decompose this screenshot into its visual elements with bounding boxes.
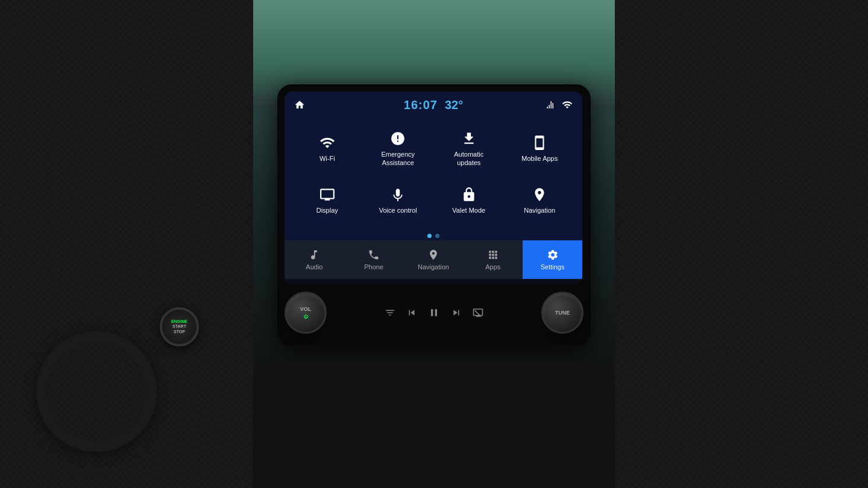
download-icon	[461, 131, 477, 146]
start-label: START	[172, 324, 186, 329]
infotainment-bezel: 16:07 32°	[277, 84, 591, 346]
time-display: 16:07	[404, 98, 438, 112]
mobile-apps-icon	[532, 135, 547, 151]
valet-label: Valet Mode	[452, 206, 485, 214]
wifi-menu-icon	[319, 135, 335, 151]
tab-audio[interactable]: Audio	[285, 240, 344, 279]
settings-tab-label: Settings	[541, 263, 565, 271]
header-left-controls	[294, 99, 330, 110]
updates-label: Automaticupdates	[454, 150, 483, 167]
engine-start-stop-button[interactable]: ENGINE START STOP	[160, 307, 199, 346]
pagination-dot-2[interactable]	[435, 234, 439, 238]
audio-tab-label: Audio	[306, 263, 322, 271]
skip-back-button[interactable]	[406, 307, 417, 319]
home-icon[interactable]	[294, 99, 305, 110]
header-center-info: 16:07 32°	[404, 98, 463, 112]
voice-label: Voice control	[379, 206, 417, 214]
tab-apps[interactable]: Apps	[463, 240, 523, 279]
header-bar: 16:07 32°	[285, 92, 582, 118]
steering-wheel	[36, 331, 157, 452]
tab-settings[interactable]: Settings	[523, 240, 582, 279]
pagination-dot-1[interactable]	[427, 234, 432, 238]
menu-grid: Wi-Fi EmergencyAssistance	[285, 118, 582, 231]
skip-forward-button[interactable]	[451, 307, 462, 319]
eq-button[interactable]	[385, 307, 395, 319]
valet-icon	[461, 187, 477, 202]
vol-knob-container: VOL ⏻	[285, 292, 327, 334]
emergency-icon	[390, 131, 406, 146]
wifi-icon	[562, 99, 573, 110]
wifi-label: Wi-Fi	[319, 154, 335, 163]
menu-item-wifi[interactable]: Wi-Fi	[292, 123, 363, 175]
menu-item-emergency[interactable]: EmergencyAssistance	[363, 123, 434, 175]
nav-tab-icon	[427, 249, 439, 261]
vol-label: VOL	[300, 306, 312, 313]
pagination-dots	[285, 231, 582, 240]
settings-tab-icon	[547, 249, 559, 261]
display-label: Display	[316, 206, 338, 214]
menu-item-display[interactable]: Display	[292, 175, 363, 227]
infotainment-wrapper: 16:07 32°	[277, 84, 591, 346]
menu-item-mobile-apps[interactable]: Mobile Apps	[505, 123, 576, 175]
navigation-menu-icon	[532, 187, 547, 202]
apps-tab-icon	[487, 249, 499, 261]
play-pause-button[interactable]	[428, 307, 440, 319]
infotainment-screen: 16:07 32°	[285, 92, 582, 284]
display-icon	[319, 187, 335, 202]
signal-icon	[546, 99, 557, 110]
bottom-nav-bar: Audio Phone Navigation	[285, 240, 582, 279]
stop-label: STOP	[174, 329, 185, 334]
dashboard-background: ENGINE START STOP 16:07 32°	[0, 0, 868, 488]
steering-wheel-area: ENGINE START STOP	[24, 259, 217, 452]
phone-tab-label: Phone	[364, 263, 383, 271]
menu-item-valet[interactable]: Valet Mode	[433, 175, 505, 227]
menu-item-navigation[interactable]: Navigation	[505, 175, 576, 227]
emergency-label: EmergencyAssistance	[381, 150, 415, 167]
screen-off-button[interactable]	[473, 307, 483, 319]
physical-controls-row: VOL ⏻	[285, 284, 583, 339]
tune-label: TUNE	[555, 310, 570, 316]
menu-item-voice[interactable]: Voice control	[363, 175, 434, 227]
apps-tab-label: Apps	[485, 263, 500, 271]
tab-phone[interactable]: Phone	[344, 240, 404, 279]
carbon-fiber-right	[615, 0, 868, 488]
tab-navigation[interactable]: Navigation	[404, 240, 464, 279]
navigation-tab-label: Navigation	[418, 263, 449, 271]
media-controls	[327, 307, 541, 319]
mobile-apps-label: Mobile Apps	[521, 154, 558, 163]
phone-tab-icon	[368, 249, 380, 261]
engine-indicator: ENGINE	[171, 319, 187, 324]
vol-knob[interactable]: VOL ⏻	[285, 292, 327, 334]
header-right-icons	[536, 99, 573, 110]
menu-item-updates[interactable]: Automaticupdates	[433, 123, 505, 175]
tune-knob[interactable]: TUNE	[541, 292, 583, 334]
audio-tab-icon	[308, 249, 320, 261]
tune-knob-container: TUNE	[541, 292, 583, 334]
navigation-menu-label: Navigation	[524, 206, 555, 214]
temperature-display: 32°	[445, 98, 463, 112]
voice-icon	[390, 187, 406, 202]
